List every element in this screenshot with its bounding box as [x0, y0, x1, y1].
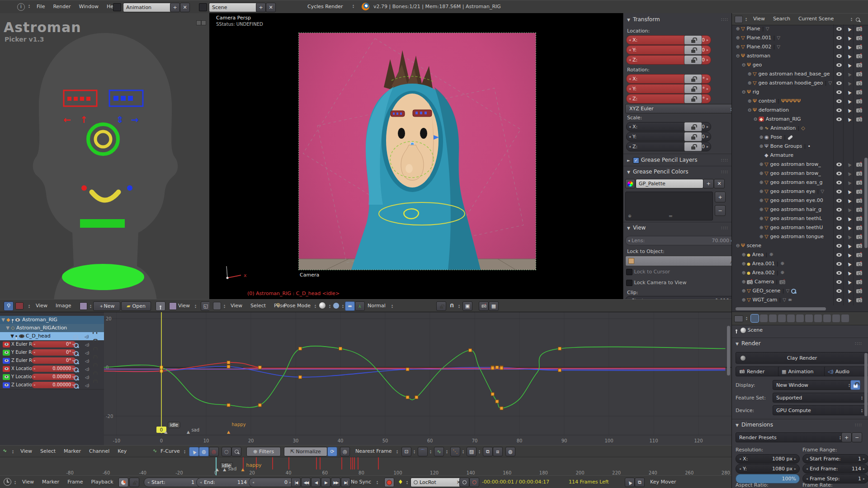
visibility-toggle[interactable]	[834, 70, 844, 79]
cursor-toggle-icon[interactable]: ▲	[189, 447, 199, 456]
render-toggle[interactable]	[854, 178, 864, 187]
keyframe-point[interactable]	[258, 366, 261, 369]
selectability-toggle[interactable]: ▲	[844, 52, 854, 61]
lock-toggle-icon[interactable]	[684, 94, 702, 103]
outliner-row-armature[interactable]: ◆Armature	[732, 151, 868, 160]
pin-icon[interactable]	[156, 301, 165, 311]
channel-y-euler-r[interactable]: Y Euler R ◂0°▸ ◁)	[0, 348, 104, 357]
graph-menu-marker[interactable]: Marker	[60, 448, 85, 454]
transport-jump-start-button[interactable]: |◀	[291, 478, 301, 487]
outliner-row-animation[interactable]: ⊕∿Animation|◇	[732, 124, 868, 133]
selectability-toggle[interactable]: ▲	[844, 33, 854, 42]
neck-bar-control[interactable]	[80, 219, 125, 228]
tab-render-layers-icon[interactable]	[760, 314, 768, 322]
astroman-character[interactable]	[351, 50, 481, 270]
add-layout-button[interactable]: +	[170, 3, 180, 12]
timeline-marker-idle[interactable]: ▲	[216, 467, 219, 472]
expand-icon[interactable]: ⊕	[758, 187, 764, 196]
keyframe-point[interactable]	[227, 365, 230, 368]
visibility-toggle[interactable]	[834, 205, 844, 214]
channel-value-slider[interactable]: ◂0.00000▸	[32, 366, 76, 372]
delete-keyframe-icon[interactable]	[469, 478, 479, 487]
auto-normalize-icon[interactable]: ⟳	[327, 447, 337, 456]
expand-icon[interactable]: ⊕	[735, 24, 741, 33]
image-view-mode[interactable]: View	[178, 303, 190, 309]
channel-value-slider[interactable]: ◂0.00000▸	[32, 382, 76, 388]
visibility-toggle[interactable]	[834, 223, 844, 232]
channel-object-row[interactable]: ▼◆ Astroman_RIG	[0, 316, 104, 324]
outliner-row-geo-astroman-brow-[interactable]: ⊕▽geo astroman brow_▲	[732, 160, 868, 169]
tab-scene-icon[interactable]	[769, 314, 777, 322]
selectability-toggle[interactable]: ▲	[844, 106, 854, 115]
channel-group-row[interactable]: ▼ C_D_head◁)	[0, 332, 104, 340]
base-ellipse-control[interactable]	[62, 264, 144, 290]
info-icon[interactable]: i	[17, 3, 25, 11]
render-toggle[interactable]	[854, 106, 864, 115]
expand-icon[interactable]: ⊕	[741, 296, 747, 305]
expand-icon[interactable]: ⊕	[741, 259, 747, 268]
outliner-row-bone-groups[interactable]: ⊕ΨBone Groups|•	[732, 142, 868, 151]
insert-keyframe-icon[interactable]	[459, 478, 469, 487]
display-lock-icon[interactable]	[850, 380, 860, 390]
outliner-row-plane-002[interactable]: ⊕▽Plane.002|▽▲	[732, 42, 868, 52]
render-engine-selector[interactable]: Cycles Render	[307, 4, 343, 9]
selectability-toggle[interactable]: ▲	[844, 88, 854, 97]
topbar-menu-render[interactable]: Render	[49, 4, 75, 9]
channel-value-slider[interactable]: ◂0°▸	[32, 341, 76, 347]
expand-icon[interactable]: ⊕	[735, 42, 741, 52]
channel-y-locatio[interactable]: Y Locatio ◂0.00000▸ ◁)	[0, 373, 104, 381]
render-toggle[interactable]	[854, 115, 864, 124]
record-icon[interactable]	[384, 478, 394, 487]
engine-arrows-icon[interactable]: ▴▾	[351, 4, 355, 8]
keyframe-point[interactable]	[558, 347, 561, 350]
outliner-editor-icon[interactable]	[735, 16, 743, 23]
outliner-row-geo-astroman-hoodie-geo[interactable]: ⊕▽geo astroman hoodie_geo|▽▲	[732, 79, 868, 88]
gp-layers-panel-header[interactable]: ►✓ Grease Pencil Layers	[627, 157, 698, 164]
visibility-toggle[interactable]	[834, 250, 844, 259]
transport-prev-key-button[interactable]: ◀◀	[301, 478, 311, 487]
selectability-toggle[interactable]: ▲	[844, 250, 854, 259]
lock-to-scene-icon[interactable]	[436, 301, 446, 311]
topbar-menu-window[interactable]: Window	[75, 4, 103, 9]
screen-layout-icon[interactable]	[113, 3, 121, 11]
keyframe-point[interactable]	[558, 369, 561, 372]
timeline[interactable]: -80-60-40-200204060801001201401601802002…	[0, 457, 731, 476]
keyframe-point[interactable]	[406, 368, 409, 371]
tab-constraints-icon[interactable]	[796, 314, 804, 322]
keyframe-point[interactable]	[500, 366, 503, 370]
visibility-toggle[interactable]	[834, 33, 844, 42]
keytype-icon[interactable]: ⋱	[450, 447, 460, 456]
selectability-toggle[interactable]: ▲	[844, 70, 854, 79]
visibility-toggle[interactable]	[834, 196, 844, 205]
render-toggle[interactable]	[854, 187, 864, 196]
playback-range-icon[interactable]	[118, 478, 128, 487]
visibility-toggle[interactable]	[834, 296, 844, 305]
channel-visibility-toggle[interactable]	[3, 342, 10, 347]
visibility-toggle[interactable]	[834, 106, 844, 115]
manipulator-translate-icon[interactable]: ⬌	[345, 301, 355, 311]
render-toggle[interactable]	[854, 286, 864, 296]
outliner-row-geo-astroman-hair-g[interactable]: ⊕▽geo astroman hair_g▲	[732, 205, 868, 214]
paste-keys-icon[interactable]: ⧈	[493, 447, 503, 456]
fcurve-plot[interactable]: 0200-20-100102030405060708090100110120▲i…	[104, 312, 731, 446]
selectability-toggle[interactable]: ▲	[844, 42, 854, 52]
timeline-menu-marker[interactable]: Marker	[38, 479, 63, 485]
palette-name-field[interactable]: GP_Palette	[636, 179, 703, 188]
manipulator-axes-icon[interactable]: ⅄	[355, 301, 365, 311]
keyframe-point[interactable]	[406, 396, 409, 399]
end-frame-input[interactable]: ◂End:114▸	[196, 478, 254, 487]
ghost-curves-icon[interactable]: ◍	[199, 447, 209, 456]
resolution-x-field[interactable]: ◂X:1080 px▸	[736, 454, 800, 464]
render-toggle[interactable]	[854, 70, 864, 79]
topbar-menu-file[interactable]: File	[33, 4, 49, 9]
render-toggle[interactable]	[854, 160, 864, 169]
visibility-toggle[interactable]	[834, 97, 844, 106]
render-toggle[interactable]	[854, 79, 864, 88]
gp-layers-checkbox[interactable]: ✓	[633, 157, 639, 164]
expand-icon[interactable]: ⊕	[746, 70, 753, 79]
tab-world-icon[interactable]	[778, 314, 786, 322]
curve-area[interactable]: 0200-20-100102030405060708090100110120▲i…	[104, 312, 731, 446]
outliner-row-geo-astroman-eye[interactable]: ⊕▽geo astroman eye|▽▲	[732, 187, 868, 196]
outliner-row-wgt-cam[interactable]: ⊕▽WGT_cam|▽∞▲	[732, 296, 868, 305]
render-presets-selector[interactable]: Render Presets▴▾	[736, 432, 847, 442]
